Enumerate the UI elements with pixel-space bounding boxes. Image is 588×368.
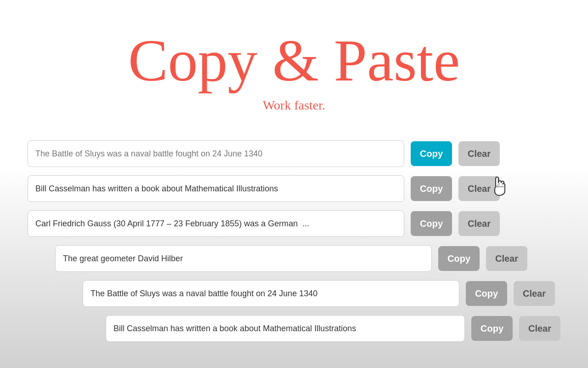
row-input-1[interactable] (28, 175, 404, 202)
row-input-4[interactable] (83, 280, 459, 307)
clear-button-1[interactable]: Clear (458, 176, 500, 201)
clear-button-4[interactable]: Clear (514, 281, 555, 306)
main-copy-button[interactable]: Copy (411, 141, 452, 166)
list-item: Copy Clear (83, 280, 560, 307)
row-input-3[interactable] (55, 245, 432, 272)
copy-button-4[interactable]: Copy (466, 281, 507, 306)
clear-button-3[interactable]: Clear (486, 246, 527, 271)
subtitle: Work faster. (0, 98, 588, 113)
main-clear-button[interactable]: Clear (458, 141, 500, 166)
copy-button-3[interactable]: Copy (438, 246, 480, 271)
row-input-2[interactable] (28, 210, 404, 237)
list-item: Copy Clear (28, 175, 560, 202)
copy-button-1[interactable]: Copy (411, 176, 452, 201)
main-text-input[interactable] (28, 140, 404, 167)
clear-button-5[interactable]: Clear (519, 316, 560, 341)
row-input-5[interactable] (106, 315, 465, 342)
header: Copy & Paste Work faster. (0, 0, 588, 122)
main-row: Copy Clear (28, 140, 560, 167)
content: Copy Clear Copy Clear Copy Clear Copy Cl… (0, 140, 588, 342)
main-title: Copy & Paste (0, 28, 588, 93)
list-item: Copy Clear (55, 245, 560, 272)
list-item: Copy Clear (28, 210, 560, 237)
copy-button-5[interactable]: Copy (471, 316, 513, 341)
clear-button-2[interactable]: Clear (458, 211, 500, 236)
copy-button-2[interactable]: Copy (411, 211, 452, 236)
list-item: Copy Clear (106, 315, 560, 342)
